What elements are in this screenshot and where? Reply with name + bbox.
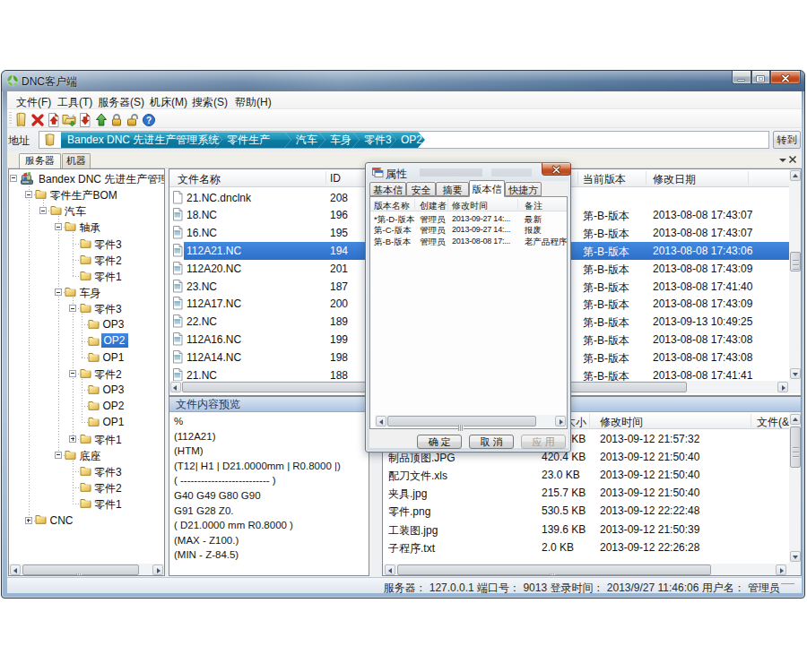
svg-text:?: ? xyxy=(146,116,152,125)
